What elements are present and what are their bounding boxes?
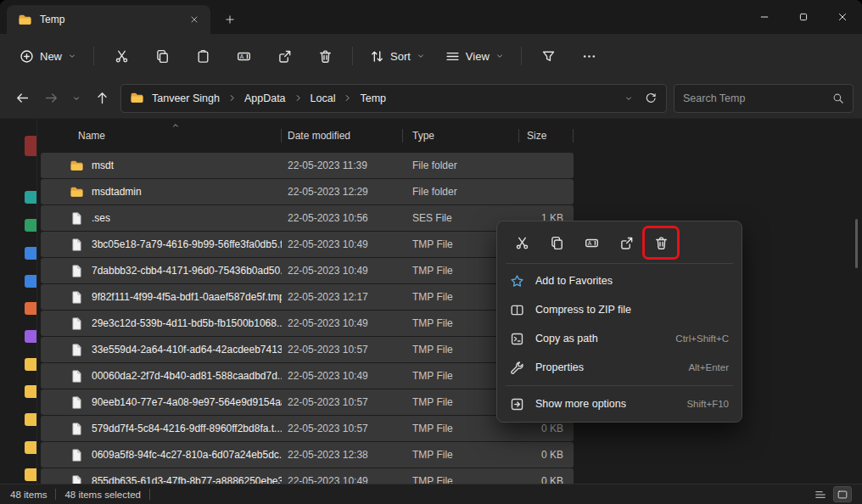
tab-close-button[interactable]	[185, 10, 204, 29]
sidebar-item-icon[interactable]	[25, 275, 37, 288]
titlebar: Temp	[0, 0, 862, 34]
copy-button[interactable]	[540, 228, 573, 257]
sidebar-item-icon[interactable]	[25, 247, 37, 260]
context-menu-item[interactable]: Show more options Shift+F10	[501, 389, 738, 418]
delete-button[interactable]	[645, 228, 677, 257]
zip-icon	[510, 303, 524, 317]
breadcrumb-separator-icon[interactable]	[227, 93, 237, 103]
breadcrumb-item[interactable]: AppData	[238, 92, 292, 104]
context-menu-item-label: Properties	[535, 361, 677, 373]
details-view-button[interactable]	[811, 486, 830, 502]
sidebar-item-icon[interactable]	[25, 136, 37, 156]
file-icon	[70, 395, 84, 410]
minimize-button[interactable]	[745, 0, 784, 34]
delete-button[interactable]	[305, 42, 344, 70]
file-name: 00060da2-2f7d-4b40-ad81-588caadbd7d...	[92, 370, 282, 382]
table-row[interactable]: 579dd7f4-5c84-4216-9dff-8960ff2bd8fa.t..…	[41, 416, 574, 441]
tab-temp[interactable]: Temp	[7, 5, 210, 34]
file-name-cell: 3bc05e18-7a79-4616-9b99-56ffe3fa0db5.t..…	[41, 238, 282, 252]
column-header-size[interactable]: Size	[519, 119, 574, 153]
sidebar-item-icon[interactable]	[25, 219, 37, 232]
sidebar-item-icon[interactable]	[25, 358, 37, 371]
close-button[interactable]	[823, 0, 862, 34]
file-icon	[70, 343, 84, 357]
context-menu-item[interactable]: Compress to ZIP file	[501, 295, 738, 324]
back-button[interactable]	[8, 85, 36, 112]
large-icons-view-button[interactable]	[833, 486, 852, 502]
sort-button[interactable]: Sort	[361, 42, 434, 70]
table-row[interactable]: .ses 22-05-2023 10:56 SES File 1 KB	[41, 205, 574, 231]
new-button[interactable]: New	[10, 42, 86, 70]
table-row[interactable]: 29e3c12d-539b-4d11-bd5b-fb1500b1068... 2…	[41, 311, 574, 336]
chevron-down-icon	[417, 52, 425, 60]
filter-button[interactable]	[529, 42, 568, 70]
file-name: 33e559d4-2a64-410f-ad64-42acdeeb7413....	[92, 344, 282, 356]
status-divider	[149, 489, 150, 500]
forward-button[interactable]	[37, 85, 64, 112]
table-row[interactable]: msdt 22-05-2023 11:39 File folder	[41, 153, 574, 178]
context-menu-item-shortcut: Alt+Enter	[688, 362, 729, 372]
toolbar-divider	[521, 47, 522, 65]
sidebar-item-icon[interactable]	[25, 385, 37, 398]
address-bar[interactable]: Tanveer SinghAppDataLocalTemp	[120, 84, 667, 113]
table-row[interactable]: 9f82f111-4f99-4f5a-bdf1-0aaef587de5f.tmp…	[41, 284, 574, 310]
column-header-type[interactable]: Type	[403, 119, 519, 153]
table-row[interactable]: msdtadmin 22-05-2023 12:29 File folder	[41, 179, 574, 204]
scrollbar-thumb[interactable]	[855, 219, 858, 268]
maximize-button[interactable]	[784, 0, 823, 34]
search-box[interactable]	[674, 84, 854, 113]
sidebar-item-icon[interactable]	[25, 413, 37, 426]
address-dropdown-button[interactable]	[619, 85, 639, 112]
copypath-icon	[510, 332, 524, 346]
breadcrumb-item[interactable]: Local	[305, 92, 342, 104]
table-row[interactable]: 7dabbb32-cbb4-4171-96d0-75436b0ad50... 2…	[41, 258, 574, 283]
table-row[interactable]: 855db635-61d3-47fb-8b77-a8886250ebe3... …	[41, 468, 574, 484]
table-row[interactable]: 90eeb140-77e7-4a08-9e97-564e9d9154aa... …	[41, 389, 574, 415]
rename-button[interactable]: A	[224, 42, 263, 70]
share-button[interactable]	[265, 42, 304, 70]
up-arrow-icon	[95, 91, 109, 105]
breadcrumb-separator-icon[interactable]	[294, 93, 303, 103]
sort-icon	[370, 49, 384, 64]
rename-icon: A	[585, 236, 599, 250]
search-input[interactable]	[683, 92, 826, 104]
context-menu-item[interactable]: Copy as path Ctrl+Shift+C	[501, 324, 738, 353]
context-menu-divider	[506, 385, 733, 386]
table-row[interactable]: 00060da2-2f7d-4b40-ad81-588caadbd7d... 2…	[41, 363, 574, 389]
rename-button[interactable]: A	[575, 228, 607, 257]
table-row[interactable]: 0609a5f8-94fc-4c27-810a-6d07a24eb5dc... …	[41, 442, 574, 468]
window-controls	[745, 0, 862, 34]
breadcrumb-item[interactable]: Temp	[354, 92, 392, 104]
sidebar-item-icon[interactable]	[25, 191, 37, 204]
recent-locations-button[interactable]	[66, 85, 87, 112]
vertical-scrollbar[interactable]	[850, 119, 862, 484]
context-menu-item[interactable]: Add to Favorites	[501, 266, 738, 295]
file-name: msdt	[92, 160, 114, 171]
view-button[interactable]: View	[436, 42, 513, 70]
column-header-date-modified[interactable]: Date modified	[282, 119, 403, 153]
cut-button[interactable]	[102, 42, 141, 70]
refresh-button[interactable]	[641, 85, 661, 112]
sidebar-item-icon[interactable]	[25, 302, 37, 315]
more-options-button[interactable]	[570, 42, 609, 70]
file-size: 0 KB	[519, 475, 568, 484]
share-button[interactable]	[610, 228, 642, 257]
breadcrumb-item[interactable]: Tanveer Singh	[146, 92, 226, 104]
sidebar-item-icon[interactable]	[25, 441, 37, 454]
paste-button[interactable]	[183, 42, 222, 70]
breadcrumb-separator-icon[interactable]	[343, 93, 352, 103]
cut-button[interactable]	[506, 228, 538, 257]
context-menu-item[interactable]: Properties Alt+Enter	[501, 353, 738, 382]
column-header-name[interactable]: Name	[37, 119, 282, 153]
context-menu-divider	[506, 263, 733, 264]
sidebar-item-icon[interactable]	[25, 330, 37, 343]
up-button[interactable]	[88, 85, 115, 112]
table-row[interactable]: 33e559d4-2a64-410f-ad64-42acdeeb7413....…	[41, 337, 574, 362]
sidebar-item-icon[interactable]	[25, 468, 37, 481]
copy-button[interactable]	[143, 42, 182, 70]
new-tab-button[interactable]	[217, 7, 243, 32]
table-row[interactable]: 3bc05e18-7a79-4616-9b99-56ffe3fa0db5.t..…	[41, 232, 574, 257]
toolbar-divider	[93, 47, 94, 65]
context-menu-item-label: Copy as path	[535, 333, 664, 344]
file-name-cell: 579dd7f4-5c84-4216-9dff-8960ff2bd8fa.t..…	[41, 422, 282, 436]
